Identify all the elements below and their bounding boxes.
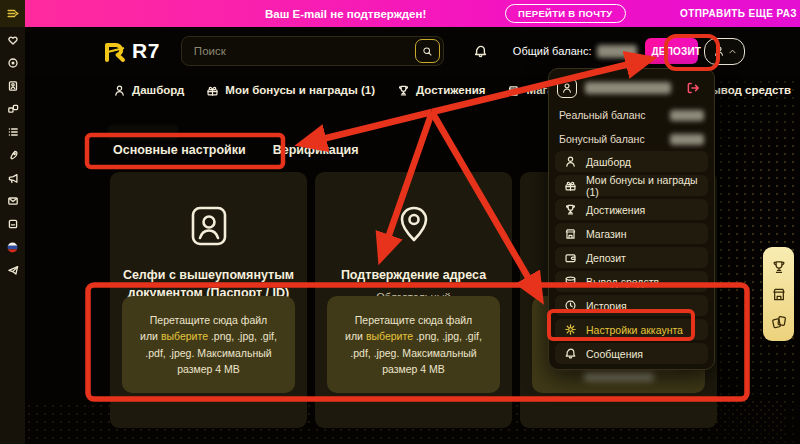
logo-text: R7 [132, 39, 160, 63]
real-balance-row: Реальный баланс [559, 107, 704, 123]
person-icon [564, 155, 577, 168]
file-dropzone[interactable]: Перетащите сюда файл или выберите .png, … [327, 296, 500, 393]
search-icon [422, 45, 433, 58]
avatar [557, 78, 577, 98]
real-balance-value-blurred [670, 110, 704, 121]
trophy-icon[interactable] [771, 259, 787, 275]
annotation-arrow-to-tabs [302, 112, 432, 144]
mail-icon[interactable] [0, 194, 25, 208]
logo[interactable]: R7 [103, 39, 160, 63]
verification-card-selfie: Селфи с вышеупомянутым документом (Паспо… [110, 172, 307, 428]
clock-icon [564, 299, 577, 312]
card-icon[interactable] [0, 217, 25, 231]
bonus-balance-row: Бонусный баланс [559, 131, 704, 147]
menu-item-store[interactable]: Магазин [555, 223, 708, 244]
user-dropdown-menu: Реальный баланс Бонусный баланс Дашборд … [548, 68, 715, 370]
nav-item-bonuses[interactable]: Мои бонусы и награды (1) [206, 84, 375, 97]
nav-item-dashboard[interactable]: Дашборд [113, 84, 184, 97]
gift-icon [564, 179, 577, 192]
choose-file-link[interactable]: выберите [161, 330, 208, 342]
location-pin-icon [327, 200, 500, 252]
telegram-icon[interactable] [0, 263, 25, 277]
notifications-bell-button[interactable] [467, 43, 494, 60]
menu-item-dashboard[interactable]: Дашборд [555, 151, 708, 172]
menu-item-achievements[interactable]: Достижения [555, 199, 708, 220]
email-confirm-banner: Ваш E-mail не подтвержден! ПЕРЕЙТИ В ПОЧ… [25, 0, 800, 27]
dropzone-text: Перетащите сюда файл или выберите .png, … [132, 312, 285, 377]
logo-icon [103, 39, 127, 63]
gear-icon [564, 323, 577, 336]
cards-icon[interactable] [771, 314, 787, 330]
menu-arrow-icon [6, 7, 19, 20]
tab-verification[interactable]: Верификация [273, 143, 359, 157]
bell-icon [473, 44, 488, 59]
logout-button[interactable] [680, 80, 706, 96]
logout-icon [686, 81, 700, 95]
blurred-page-heading [108, 125, 178, 140]
dropzone-text: Перетащите сюда файл или выберите .png, … [337, 312, 490, 377]
trophy-icon [564, 203, 577, 216]
chevron-up-icon [728, 47, 737, 56]
user-menu-button[interactable] [704, 38, 745, 65]
quick-access-panel [763, 247, 794, 341]
person-icon [561, 82, 573, 94]
blurred-text [584, 372, 654, 381]
menu-item-deposit[interactable]: Депозит [555, 247, 708, 268]
card-title: Подтверждение адреса [327, 266, 500, 284]
person-icon [113, 84, 126, 97]
store-icon [564, 227, 577, 240]
megaphone-icon[interactable] [0, 171, 25, 185]
store-icon [507, 84, 520, 97]
dice-icon[interactable] [0, 102, 25, 116]
rocket-icon[interactable] [0, 148, 25, 162]
selfie-id-icon [122, 200, 295, 252]
balance-label: Общий баланс: [513, 45, 592, 57]
menu-item-account-settings[interactable]: Настройки аккаунта [555, 319, 708, 340]
nav-item-achievements[interactable]: Достижения [397, 84, 485, 97]
menu-item-bonuses[interactable]: Мои бонусы и награды (1) [555, 175, 708, 196]
trophy-icon [397, 84, 410, 97]
menu-item-withdraw[interactable]: Вывод средств [555, 271, 708, 292]
language-ru-flag-icon[interactable] [0, 240, 25, 254]
choose-file-link[interactable]: выберите [366, 330, 413, 342]
app-window: Ваш E-mail не подтвержден! ПЕРЕЙТИ В ПОЧ… [0, 0, 800, 444]
deposit-button[interactable]: ДЕПОЗИТ [645, 38, 698, 64]
person-icon [713, 45, 725, 57]
main-nav: Дашборд Мои бонусы и награды (1) Достиже… [25, 75, 585, 105]
heart-icon[interactable] [0, 33, 25, 47]
gift-icon [206, 84, 219, 97]
banner-message: Ваш E-mail не подтвержден! [265, 8, 426, 20]
id-badge-icon[interactable] [0, 79, 25, 93]
verification-card-address: Подтверждение адреса Обязательный Перета… [315, 172, 512, 428]
username-blurred [585, 82, 671, 94]
total-balance: Общий баланс: [513, 45, 638, 58]
bonus-balance-value-blurred [670, 134, 704, 145]
file-dropzone[interactable]: Перетащите сюда файл или выберите .png, … [122, 296, 295, 393]
store-icon[interactable] [771, 286, 787, 302]
close-icon[interactable]: ✕ [793, 5, 800, 23]
wallet-icon [564, 251, 577, 264]
tab-general-settings[interactable]: Основные настройки [113, 143, 246, 157]
coins-icon [564, 275, 577, 288]
bell-icon [564, 347, 577, 360]
search-button[interactable] [415, 39, 440, 63]
goto-mail-button[interactable]: ПЕРЕЙТИ В ПОЧТУ [505, 4, 626, 23]
ranking-list-icon[interactable] [0, 125, 25, 139]
sidebar-toggle-button[interactable] [0, 0, 25, 27]
casino-chip-icon[interactable] [0, 56, 25, 70]
search-input[interactable] [192, 44, 415, 58]
menu-item-history[interactable]: История [555, 295, 708, 316]
settings-tabs: Основные настройки Верификация [113, 143, 358, 157]
left-sidebar [0, 0, 25, 444]
balance-value-blurred [597, 45, 637, 58]
dropdown-user-header [557, 77, 706, 99]
menu-item-messages[interactable]: Сообщения [555, 343, 708, 364]
resend-email-button[interactable]: ОТПРАВИТЬ ЕЩЕ РАЗ [680, 8, 797, 19]
search-bar [181, 36, 444, 66]
